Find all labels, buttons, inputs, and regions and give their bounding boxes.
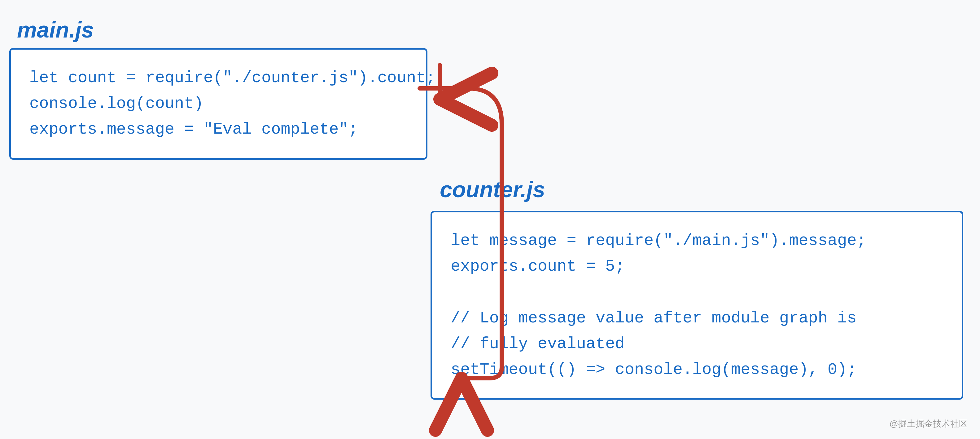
main-js-code: let count = require("./counter.js").coun…	[29, 65, 407, 143]
main-js-box: let count = require("./counter.js").coun…	[9, 48, 428, 160]
counter-js-title: counter.js	[440, 177, 545, 202]
counter-js-box: let message = require("./main.js").messa…	[431, 211, 963, 400]
main-js-title: main.js	[17, 17, 94, 43]
counter-js-code: let message = require("./main.js").messa…	[451, 228, 943, 383]
watermark: @掘土掘金技术社区	[889, 418, 967, 430]
